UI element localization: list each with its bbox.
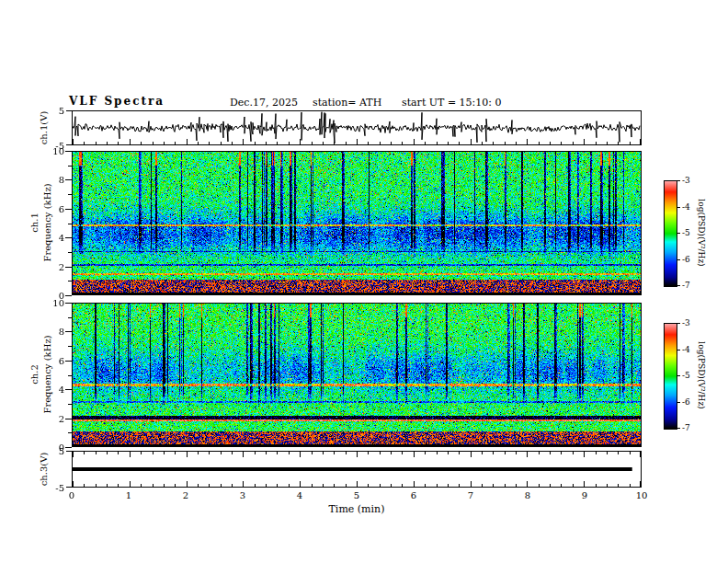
ch2-colorbar-tick-mark	[677, 375, 680, 376]
ch1-colorbar-tick-mark	[677, 207, 680, 208]
ch2-spec-channel-label: ch.2	[29, 364, 40, 385]
ch2-spec-y-tick-mark	[65, 303, 72, 304]
ch1-wave-y-tick-label: -5	[44, 141, 64, 151]
x-axis-tick-label: 10	[631, 490, 652, 500]
ch2-spec-y-tick-label: 8	[44, 327, 64, 337]
ch1-voltage-axis-label: ch.1(V)	[39, 111, 49, 145]
ch1-spec-y-tick-mark	[65, 179, 72, 180]
ch2-spec-y-tick-mark	[65, 331, 72, 332]
ch1-spec-y-tick-label: 2	[44, 262, 64, 272]
header-date: Dec.17, 2025	[230, 97, 298, 109]
ch1-waveform-panel	[72, 110, 642, 145]
ch1-waveform-canvas	[73, 111, 641, 144]
ch1-spec-y-tick-label: 6	[44, 204, 64, 214]
vlf-spectra-figure: VLF Spectra Dec.17, 2025 station= ATH st…	[0, 0, 728, 563]
ch1-spec-y-tick-mark	[68, 194, 72, 195]
ch1-spec-y-tick-mark	[68, 281, 72, 282]
ch2-colorbar-tick-label: -4	[682, 345, 690, 354]
colorbar-ch2-label: log(PSD)(V²/Hz)	[697, 341, 706, 408]
x-axis-label: Time (min)	[72, 503, 642, 515]
ch1-colorbar-tick-label: -7	[682, 281, 690, 290]
ch2-colorbar-tick-label: -6	[682, 397, 690, 407]
ch2-spec-y-tick-mark	[68, 404, 72, 405]
figure-title: VLF Spectra	[69, 95, 165, 108]
ch2-colorbar-tick-label: -5	[682, 371, 690, 380]
ch2-spec-frequency-axis-label: Frequency (kHz)	[42, 335, 52, 413]
ch1-spec-y-tick-mark	[68, 166, 72, 167]
ch2-colorbar-tick-mark	[677, 350, 680, 350]
ch2-colorbar-tick-label: -3	[682, 318, 690, 327]
ch3-wave-y-tick-mark	[66, 487, 72, 488]
x-axis-tick-label: 1	[119, 490, 139, 500]
ch2-spec-y-tick-label: 6	[44, 356, 64, 366]
ch1-spectrogram-panel	[72, 151, 642, 295]
x-axis-tick-label: 3	[233, 490, 253, 500]
ch1-spec-y-tick-mark	[65, 209, 72, 210]
ch1-wave-y-tick-mark	[66, 144, 72, 145]
ch1-spec-y-tick-mark	[65, 237, 72, 238]
ch1-spec-y-tick-mark	[68, 252, 72, 253]
header-start-ut: start UT = 15:10: 0	[402, 97, 502, 109]
ch3-waveform-canvas	[73, 452, 641, 487]
ch2-colorbar-tick-mark	[677, 402, 680, 403]
colorbar-ch1	[664, 180, 677, 287]
ch2-spec-y-tick-mark	[65, 361, 72, 362]
ch1-spectrogram-canvas	[73, 152, 641, 294]
ch1-colorbar-tick-mark	[677, 180, 680, 181]
ch2-colorbar-tick-label: -7	[682, 423, 690, 432]
ch1-spec-y-tick-label: 8	[44, 175, 64, 185]
ch2-spec-y-tick-label: 4	[44, 385, 64, 395]
x-axis-tick-label: 0	[62, 490, 82, 500]
ch3-wave-y-tick-label: 5	[44, 446, 64, 456]
ch3-voltage-axis-label: ch.3(V)	[39, 453, 49, 487]
ch2-spec-y-tick-mark	[68, 375, 72, 376]
ch1-spec-y-tick-mark	[65, 151, 72, 152]
ch3-waveform-panel	[72, 451, 642, 488]
ch1-spec-y-tick-mark	[65, 267, 72, 268]
ch1-wave-y-tick-mark	[66, 110, 72, 111]
ch2-spec-y-tick-mark	[65, 389, 72, 390]
x-axis-tick-label: 7	[461, 490, 481, 500]
ch2-spectrogram-canvas	[73, 304, 641, 446]
ch1-spec-channel-label: ch.1	[29, 213, 40, 233]
x-axis-tick-label: 2	[176, 490, 196, 500]
ch2-colorbar-tick-mark	[677, 323, 680, 324]
ch2-spec-y-tick-mark	[68, 432, 72, 433]
ch2-spec-y-tick-mark	[65, 419, 72, 419]
x-axis-tick-label: 9	[574, 490, 595, 500]
ch3-wave-y-tick-mark	[66, 451, 72, 452]
ch2-spec-y-tick-mark	[65, 447, 72, 448]
x-axis-tick-label: 4	[290, 490, 310, 500]
colorbar-ch1-label: log(PSD)(V²/Hz)	[697, 199, 706, 266]
ch2-spec-y-tick-mark	[68, 317, 72, 318]
ch1-colorbar-tick-label: -4	[682, 202, 690, 212]
x-axis-tick-label: 6	[404, 490, 424, 500]
ch1-colorbar-tick-mark	[677, 233, 680, 234]
x-axis-tick-label: 8	[518, 490, 538, 500]
ch1-spec-y-tick-mark	[68, 224, 72, 224]
ch1-colorbar-tick-label: -5	[682, 228, 690, 237]
ch1-spec-frequency-axis-label: Frequency (kHz)	[42, 183, 52, 261]
ch1-colorbar-tick-mark	[677, 285, 680, 286]
ch1-colorbar-tick-mark	[677, 259, 680, 260]
ch1-spec-y-tick-mark	[65, 295, 72, 296]
ch2-colorbar-tick-mark	[677, 428, 680, 429]
header-station: station= ATH	[313, 97, 381, 109]
x-axis-tick-label: 5	[347, 490, 367, 500]
ch1-wave-y-tick-label: 5	[44, 106, 64, 116]
ch1-colorbar-tick-label: -6	[682, 255, 690, 264]
ch2-spec-y-tick-label: 2	[44, 414, 64, 424]
ch1-colorbar-tick-label: -3	[682, 176, 690, 185]
colorbar-ch2	[664, 323, 677, 430]
ch1-spec-y-tick-label: 4	[44, 233, 64, 243]
ch2-spec-y-tick-mark	[68, 346, 72, 347]
ch2-spec-y-tick-label: 10	[44, 298, 64, 308]
ch2-spectrogram-panel	[72, 303, 642, 447]
